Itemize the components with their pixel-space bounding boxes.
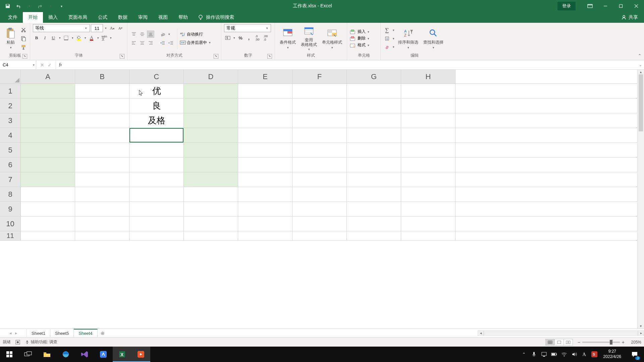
cell-D9[interactable] — [184, 202, 238, 216]
row-header-5[interactable]: 5 — [0, 143, 21, 157]
scroll-track[interactable] — [484, 330, 638, 336]
cell-G1[interactable] — [347, 84, 401, 98]
cell-D11[interactable] — [184, 231, 238, 240]
accounting-format-icon[interactable]: $ — [224, 34, 231, 42]
enter-formula-icon[interactable]: ✓ — [48, 62, 52, 68]
cell-H7[interactable] — [401, 172, 455, 187]
cell-F1[interactable] — [292, 84, 347, 98]
column-header-B[interactable]: B — [75, 70, 129, 83]
cell-A10[interactable] — [21, 217, 75, 231]
cell-B5[interactable] — [75, 143, 129, 157]
orientation-dropdown-icon[interactable]: ▾ — [167, 33, 171, 36]
undo-dropdown-icon[interactable]: ▾ — [26, 3, 32, 9]
tab-view[interactable]: 视图 — [153, 12, 173, 23]
cell-F9[interactable] — [292, 202, 347, 216]
cell-E9[interactable] — [238, 202, 292, 216]
align-top-icon[interactable] — [130, 31, 138, 38]
tab-help[interactable]: 帮助 — [173, 12, 193, 23]
font-size-select[interactable]: 11 — [91, 24, 103, 32]
cell-C3[interactable]: 及格 — [129, 113, 184, 128]
cell-B2[interactable] — [75, 99, 129, 113]
tray-battery-icon[interactable] — [551, 351, 557, 357]
column-header-F[interactable]: F — [292, 70, 347, 83]
cell-E1[interactable] — [238, 84, 292, 98]
tray-mic-icon[interactable] — [531, 351, 537, 357]
number-format-select[interactable]: 常规▾ — [224, 24, 271, 32]
row-header-8[interactable]: 8 — [0, 187, 21, 201]
phonetic-dropdown-icon[interactable]: ▾ — [109, 36, 112, 40]
qat-customize-icon[interactable]: ▾ — [58, 3, 64, 9]
select-all-button[interactable] — [0, 70, 21, 83]
row-header-7[interactable]: 7 — [0, 172, 21, 187]
alignment-dialog-launcher-icon[interactable]: ⬊ — [214, 54, 218, 59]
name-box[interactable]: C4▾ — [0, 60, 36, 69]
column-header-E[interactable]: E — [238, 70, 292, 83]
cell-D4[interactable] — [184, 128, 238, 142]
clock[interactable]: 9:27 2022/4/26 — [601, 349, 623, 359]
scroll-thumb[interactable] — [639, 74, 643, 131]
column-header-H[interactable]: H — [401, 70, 455, 83]
cancel-formula-icon[interactable]: ✕ — [40, 62, 44, 68]
format-as-table-button[interactable]: 套用 表格格式▾ — [299, 25, 319, 51]
row-header-3[interactable]: 3 — [0, 113, 21, 128]
cut-icon[interactable] — [20, 26, 27, 34]
cell-B11[interactable] — [75, 231, 129, 240]
cell-C4[interactable] — [129, 128, 184, 142]
ribbon-display-options-icon[interactable] — [582, 0, 598, 12]
tray-ime-red-icon[interactable]: S — [591, 351, 597, 357]
cell-F4[interactable] — [292, 128, 347, 142]
cell-F11[interactable] — [292, 231, 347, 240]
scroll-up-icon[interactable]: ▴ — [638, 70, 644, 74]
bold-button[interactable]: B — [33, 34, 40, 42]
excel-button[interactable]: X — [113, 347, 131, 362]
sign-in-button[interactable]: 登录 — [557, 2, 576, 10]
cell-B10[interactable] — [75, 217, 129, 231]
conditional-formatting-button[interactable]: 条件格式▾ — [278, 27, 298, 50]
accessibility-status[interactable]: 辅助功能: 调查 — [25, 339, 57, 345]
cell-E4[interactable] — [238, 128, 292, 142]
cell-H9[interactable] — [401, 202, 455, 216]
decrease-indent-icon[interactable] — [159, 39, 166, 47]
cell-D7[interactable] — [184, 172, 238, 187]
normal-view-icon[interactable] — [545, 339, 555, 346]
cell-G11[interactable] — [347, 231, 401, 240]
cell-B6[interactable] — [75, 158, 129, 172]
cell-C6[interactable] — [129, 158, 184, 172]
sheet-tab-Sheet5[interactable]: Sheet5 — [50, 329, 74, 337]
cell-F8[interactable] — [292, 187, 347, 201]
cell-F2[interactable] — [292, 99, 347, 113]
align-middle-icon[interactable] — [139, 31, 146, 38]
cell-C2[interactable]: 良 — [129, 99, 184, 113]
align-center-icon[interactable] — [139, 39, 146, 47]
autosum-icon[interactable]: ∑ — [383, 26, 391, 34]
chevron-down-icon[interactable]: ▾ — [367, 44, 370, 47]
zoom-in-button[interactable]: + — [622, 340, 625, 345]
find-select-button[interactable]: 查找和选择▾ — [421, 27, 445, 50]
sheet-nav-buttons[interactable]: ◂▸ — [0, 329, 27, 337]
fill-color-icon[interactable] — [75, 34, 83, 42]
ie-browser-button[interactable] — [56, 347, 75, 362]
page-break-view-icon[interactable] — [564, 339, 573, 346]
row-header-11[interactable]: 11 — [0, 231, 21, 240]
cell-B4[interactable] — [75, 128, 129, 142]
tell-me-search[interactable]: 操作说明搜索 — [193, 12, 239, 23]
cell-B8[interactable] — [75, 187, 129, 201]
cell-H6[interactable] — [401, 158, 455, 172]
cell-D1[interactable] — [184, 84, 238, 98]
cell-E10[interactable] — [238, 217, 292, 231]
cell-B7[interactable] — [75, 172, 129, 187]
column-header-A[interactable]: A — [21, 70, 75, 83]
chevron-down-icon[interactable]: ▾ — [367, 37, 370, 40]
autosum-dropdown-icon[interactable]: ▾ — [392, 28, 395, 32]
cell-G6[interactable] — [347, 158, 401, 172]
borders-dropdown-icon[interactable]: ▾ — [71, 36, 74, 40]
format-cells-button[interactable]: 格式▾ — [350, 42, 370, 48]
font-name-select[interactable]: 等线▾ — [33, 24, 90, 32]
sort-filter-button[interactable]: AZ 排序和筛选▾ — [396, 27, 420, 50]
decrease-decimal-icon[interactable]: .00.0 — [262, 34, 269, 42]
insert-cells-button[interactable]: 插入▾ — [350, 29, 370, 35]
clipboard-dialog-launcher-icon[interactable]: ⬊ — [22, 54, 27, 59]
cell-G4[interactable] — [347, 128, 401, 142]
merge-dropdown-icon[interactable]: ▾ — [208, 41, 211, 44]
cell-D5[interactable] — [184, 143, 238, 157]
